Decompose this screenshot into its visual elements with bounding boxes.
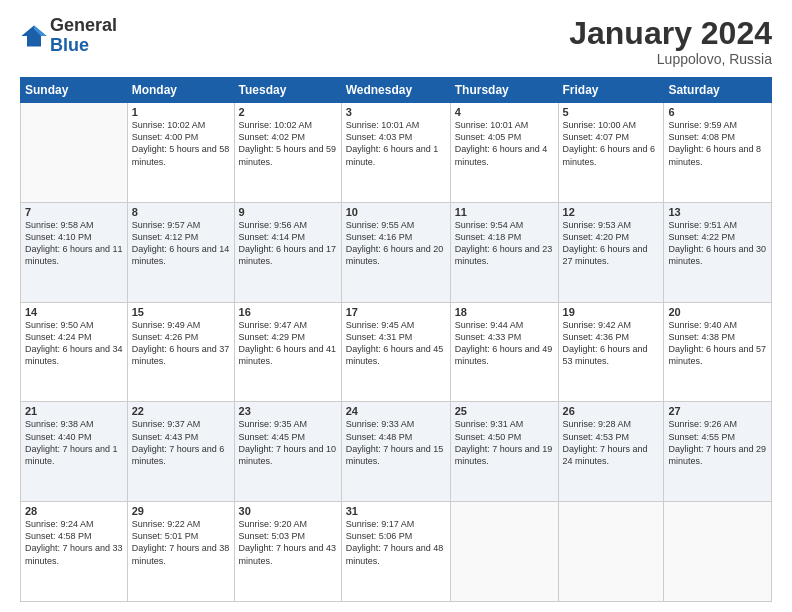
sunset: Sunset: 4:14 PM <box>239 232 306 242</box>
day-info: Sunrise: 9:49 AM Sunset: 4:26 PM Dayligh… <box>132 319 230 368</box>
day-number: 6 <box>668 106 767 118</box>
sunset: Sunset: 4:16 PM <box>346 232 413 242</box>
sunset: Sunset: 5:03 PM <box>239 531 306 541</box>
sunrise: Sunrise: 9:55 AM <box>346 220 415 230</box>
day-number: 24 <box>346 405 446 417</box>
table-row: 28 Sunrise: 9:24 AM Sunset: 4:58 PM Dayl… <box>21 502 128 602</box>
sunset: Sunset: 4:00 PM <box>132 132 199 142</box>
daylight: Daylight: 7 hours and 6 minutes. <box>132 444 225 466</box>
day-info: Sunrise: 9:47 AM Sunset: 4:29 PM Dayligh… <box>239 319 337 368</box>
daylight: Daylight: 6 hours and 17 minutes. <box>239 244 337 266</box>
table-row: 25 Sunrise: 9:31 AM Sunset: 4:50 PM Dayl… <box>450 402 558 502</box>
daylight: Daylight: 6 hours and 45 minutes. <box>346 344 444 366</box>
table-row: 5 Sunrise: 10:00 AM Sunset: 4:07 PM Dayl… <box>558 103 664 203</box>
header-saturday: Saturday <box>664 78 772 103</box>
sunset: Sunset: 4:55 PM <box>668 432 735 442</box>
day-number: 1 <box>132 106 230 118</box>
day-info: Sunrise: 10:02 AM Sunset: 4:02 PM Daylig… <box>239 119 337 168</box>
sunset: Sunset: 4:36 PM <box>563 332 630 342</box>
sunrise: Sunrise: 10:00 AM <box>563 120 637 130</box>
sunrise: Sunrise: 10:02 AM <box>239 120 313 130</box>
day-number: 17 <box>346 306 446 318</box>
table-row: 30 Sunrise: 9:20 AM Sunset: 5:03 PM Dayl… <box>234 502 341 602</box>
sunrise: Sunrise: 9:20 AM <box>239 519 308 529</box>
day-info: Sunrise: 9:53 AM Sunset: 4:20 PM Dayligh… <box>563 219 660 268</box>
table-row: 7 Sunrise: 9:58 AM Sunset: 4:10 PM Dayli… <box>21 202 128 302</box>
day-number: 29 <box>132 505 230 517</box>
day-info: Sunrise: 9:17 AM Sunset: 5:06 PM Dayligh… <box>346 518 446 567</box>
table-row: 24 Sunrise: 9:33 AM Sunset: 4:48 PM Dayl… <box>341 402 450 502</box>
table-row: 1 Sunrise: 10:02 AM Sunset: 4:00 PM Dayl… <box>127 103 234 203</box>
sunset: Sunset: 4:20 PM <box>563 232 630 242</box>
table-row <box>664 502 772 602</box>
sunset: Sunset: 4:53 PM <box>563 432 630 442</box>
sunset: Sunset: 4:08 PM <box>668 132 735 142</box>
title-block: January 2024 Luppolovo, Russia <box>569 16 772 67</box>
sunrise: Sunrise: 9:47 AM <box>239 320 308 330</box>
logo-text: General Blue <box>50 16 117 56</box>
daylight: Daylight: 6 hours and 6 minutes. <box>563 144 656 166</box>
table-row: 4 Sunrise: 10:01 AM Sunset: 4:05 PM Dayl… <box>450 103 558 203</box>
table-row <box>450 502 558 602</box>
header-tuesday: Tuesday <box>234 78 341 103</box>
sunset: Sunset: 4:50 PM <box>455 432 522 442</box>
table-row: 12 Sunrise: 9:53 AM Sunset: 4:20 PM Dayl… <box>558 202 664 302</box>
day-number: 18 <box>455 306 554 318</box>
daylight: Daylight: 7 hours and 24 minutes. <box>563 444 648 466</box>
day-number: 4 <box>455 106 554 118</box>
day-info: Sunrise: 9:58 AM Sunset: 4:10 PM Dayligh… <box>25 219 123 268</box>
day-info: Sunrise: 9:24 AM Sunset: 4:58 PM Dayligh… <box>25 518 123 567</box>
sunrise: Sunrise: 9:42 AM <box>563 320 632 330</box>
table-row: 17 Sunrise: 9:45 AM Sunset: 4:31 PM Dayl… <box>341 302 450 402</box>
sunset: Sunset: 4:02 PM <box>239 132 306 142</box>
sunrise: Sunrise: 9:51 AM <box>668 220 737 230</box>
sunrise: Sunrise: 9:26 AM <box>668 419 737 429</box>
day-info: Sunrise: 9:38 AM Sunset: 4:40 PM Dayligh… <box>25 418 123 467</box>
calendar-week-row: 7 Sunrise: 9:58 AM Sunset: 4:10 PM Dayli… <box>21 202 772 302</box>
day-info: Sunrise: 9:44 AM Sunset: 4:33 PM Dayligh… <box>455 319 554 368</box>
sunrise: Sunrise: 10:01 AM <box>346 120 420 130</box>
daylight: Daylight: 7 hours and 29 minutes. <box>668 444 766 466</box>
sunset: Sunset: 4:40 PM <box>25 432 92 442</box>
sunrise: Sunrise: 9:45 AM <box>346 320 415 330</box>
sunrise: Sunrise: 9:37 AM <box>132 419 201 429</box>
sunrise: Sunrise: 9:28 AM <box>563 419 632 429</box>
day-info: Sunrise: 10:02 AM Sunset: 4:00 PM Daylig… <box>132 119 230 168</box>
day-number: 3 <box>346 106 446 118</box>
sunrise: Sunrise: 9:31 AM <box>455 419 524 429</box>
header-monday: Monday <box>127 78 234 103</box>
sunrise: Sunrise: 9:24 AM <box>25 519 94 529</box>
day-info: Sunrise: 9:45 AM Sunset: 4:31 PM Dayligh… <box>346 319 446 368</box>
table-row: 23 Sunrise: 9:35 AM Sunset: 4:45 PM Dayl… <box>234 402 341 502</box>
sunset: Sunset: 4:10 PM <box>25 232 92 242</box>
day-number: 13 <box>668 206 767 218</box>
sunrise: Sunrise: 9:59 AM <box>668 120 737 130</box>
day-info: Sunrise: 9:56 AM Sunset: 4:14 PM Dayligh… <box>239 219 337 268</box>
sunset: Sunset: 4:58 PM <box>25 531 92 541</box>
sunset: Sunset: 4:24 PM <box>25 332 92 342</box>
table-row: 20 Sunrise: 9:40 AM Sunset: 4:38 PM Dayl… <box>664 302 772 402</box>
daylight: Daylight: 6 hours and 11 minutes. <box>25 244 123 266</box>
sunrise: Sunrise: 9:53 AM <box>563 220 632 230</box>
sunrise: Sunrise: 9:35 AM <box>239 419 308 429</box>
sunset: Sunset: 4:33 PM <box>455 332 522 342</box>
calendar-week-row: 1 Sunrise: 10:02 AM Sunset: 4:00 PM Dayl… <box>21 103 772 203</box>
daylight: Daylight: 7 hours and 33 minutes. <box>25 543 123 565</box>
calendar-week-row: 28 Sunrise: 9:24 AM Sunset: 4:58 PM Dayl… <box>21 502 772 602</box>
table-row <box>21 103 128 203</box>
day-info: Sunrise: 10:01 AM Sunset: 4:05 PM Daylig… <box>455 119 554 168</box>
sunset: Sunset: 4:29 PM <box>239 332 306 342</box>
day-number: 23 <box>239 405 337 417</box>
sunrise: Sunrise: 9:56 AM <box>239 220 308 230</box>
day-number: 10 <box>346 206 446 218</box>
day-number: 2 <box>239 106 337 118</box>
daylight: Daylight: 6 hours and 41 minutes. <box>239 344 337 366</box>
header-wednesday: Wednesday <box>341 78 450 103</box>
day-info: Sunrise: 9:55 AM Sunset: 4:16 PM Dayligh… <box>346 219 446 268</box>
day-info: Sunrise: 9:50 AM Sunset: 4:24 PM Dayligh… <box>25 319 123 368</box>
daylight: Daylight: 6 hours and 4 minutes. <box>455 144 548 166</box>
day-number: 30 <box>239 505 337 517</box>
sunrise: Sunrise: 9:49 AM <box>132 320 201 330</box>
daylight: Daylight: 7 hours and 10 minutes. <box>239 444 337 466</box>
table-row: 31 Sunrise: 9:17 AM Sunset: 5:06 PM Dayl… <box>341 502 450 602</box>
